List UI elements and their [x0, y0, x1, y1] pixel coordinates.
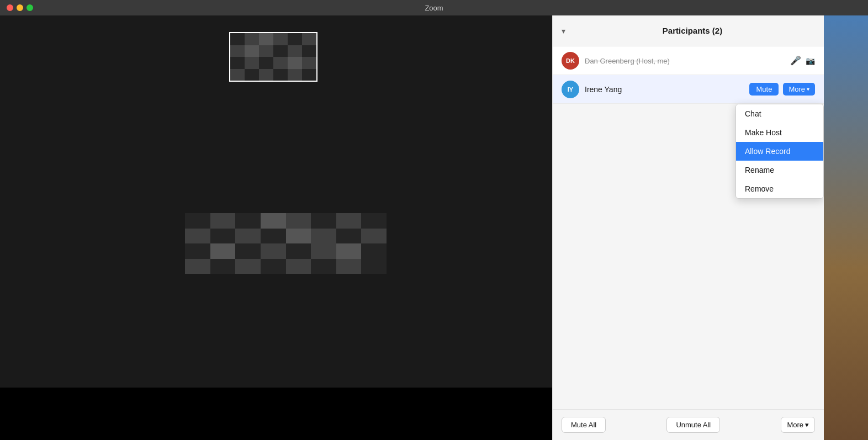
- participant-name-iy: Irene Yang: [585, 85, 749, 94]
- minimize-button[interactable]: [17, 4, 23, 11]
- mute-all-button[interactable]: Mute All: [562, 417, 606, 433]
- mic-icon: 🎤: [790, 55, 801, 66]
- dropdown-item-remove[interactable]: Remove: [736, 179, 823, 198]
- close-button[interactable]: [7, 4, 13, 11]
- desktop-strip: [824, 15, 868, 440]
- video-off-icon: 📷: [806, 56, 815, 65]
- unmute-all-button[interactable]: Unmute All: [666, 417, 720, 433]
- sidebar-header: ▾ Participants (2): [553, 15, 824, 46]
- video-bottom-bar: [0, 388, 552, 440]
- titlebar: Zoom: [0, 0, 868, 15]
- participant-item-iy: IY Irene Yang Mute More ▾ Chat Make Host…: [553, 75, 824, 104]
- dropdown-menu: Chat Make Host Allow Record Rename Remov…: [735, 104, 824, 199]
- dropdown-item-make-host[interactable]: Make Host: [736, 123, 823, 142]
- participant-controls-dk: 🎤 📷: [790, 55, 815, 66]
- main-layout: ▾ Participants (2) DK Dan Greenberg (Hos…: [0, 15, 868, 440]
- pixel-grid-center: [185, 213, 387, 274]
- dropdown-item-allow-record[interactable]: Allow Record: [736, 142, 823, 161]
- more-chevron-icon: ▾: [807, 86, 809, 92]
- footer-more-button[interactable]: More ▾: [781, 417, 815, 433]
- participant-controls-iy: Mute More ▾: [749, 83, 815, 96]
- dropdown-item-rename[interactable]: Rename: [736, 161, 823, 179]
- mute-button[interactable]: Mute: [749, 83, 779, 96]
- participants-title: Participants (2): [570, 26, 815, 35]
- participant-name-dk: Dan Greenberg (Host, me): [585, 56, 790, 65]
- avatar-iy: IY: [562, 81, 579, 98]
- video-thumbnail-center: [185, 213, 387, 274]
- video-area: [0, 15, 552, 440]
- chevron-down-icon[interactable]: ▾: [562, 26, 565, 35]
- maximize-button[interactable]: [27, 4, 33, 11]
- sidebar: ▾ Participants (2) DK Dan Greenberg (Hos…: [552, 15, 824, 440]
- participants-list: DK Dan Greenberg (Host, me) 🎤 📷 IY Irene…: [553, 46, 824, 409]
- video-thumbnail-top: [229, 32, 317, 82]
- window-title: Zoom: [425, 4, 443, 12]
- traffic-lights: [7, 4, 33, 11]
- avatar-dk: DK: [562, 52, 579, 70]
- pixel-grid-top: [230, 33, 316, 81]
- dropdown-item-chat[interactable]: Chat: [736, 104, 823, 123]
- footer-more-chevron-icon: ▾: [805, 421, 809, 429]
- more-button[interactable]: More ▾: [783, 83, 815, 96]
- video-main: [0, 15, 552, 388]
- sidebar-footer: Mute All Unmute All More ▾: [553, 409, 824, 440]
- participant-item-dk: DK Dan Greenberg (Host, me) 🎤 📷: [553, 46, 824, 75]
